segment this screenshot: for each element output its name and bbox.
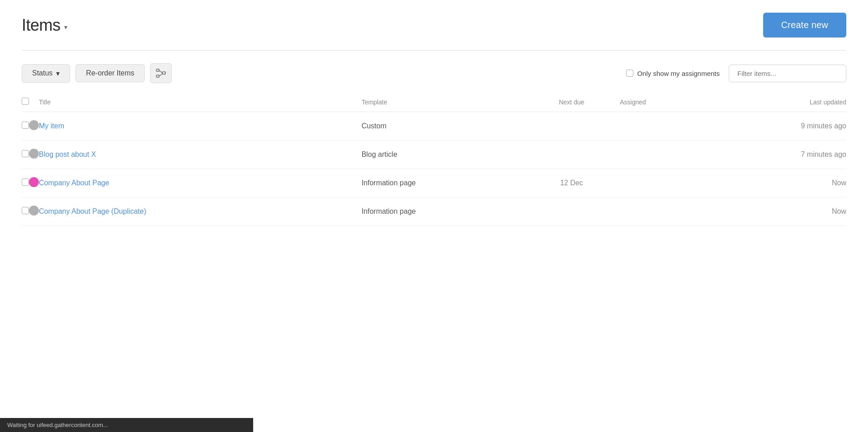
col-header-status <box>29 92 39 112</box>
row-checkbox[interactable] <box>22 150 29 157</box>
item-title-link[interactable]: My item <box>39 122 64 130</box>
status-bar: Waiting for uifeed.gathercontent.com... <box>0 418 253 432</box>
status-dot <box>29 177 39 187</box>
row-next-due-cell <box>523 112 620 141</box>
table-header: Title Template Next due Assigned Last up… <box>22 92 846 112</box>
row-title-cell: Blog post about X <box>39 141 362 169</box>
row-next-due-cell <box>523 197 620 226</box>
page-header: Items ▾ Create new <box>0 0 868 50</box>
title-wrap: Items ▾ <box>22 16 67 35</box>
items-table: Title Template Next due Assigned Last up… <box>22 92 846 226</box>
select-all-checkbox[interactable] <box>22 98 29 105</box>
svg-rect-1 <box>156 75 159 77</box>
row-next-due-cell <box>523 141 620 169</box>
assignments-label-text: Only show my assignments <box>637 70 720 77</box>
row-template-cell: Information page <box>362 169 524 197</box>
table-body: My item Custom 9 minutes ago Blog post a… <box>22 112 846 226</box>
row-assigned-cell <box>620 112 701 141</box>
row-checkbox[interactable] <box>22 122 29 129</box>
row-assigned-cell <box>620 141 701 169</box>
items-table-container: Title Template Next due Assigned Last up… <box>0 92 868 226</box>
row-status-cell <box>29 169 39 197</box>
reorder-items-button[interactable]: Re-order Items <box>75 64 145 82</box>
row-last-updated-cell: Now <box>701 197 846 226</box>
table-row: Company About Page Information page 12 D… <box>22 169 846 197</box>
status-dropdown-arrow-icon: ▾ <box>56 69 60 78</box>
toolbar-right: Only show my assignments <box>626 65 846 82</box>
table-row: Blog post about X Blog article 7 minutes… <box>22 141 846 169</box>
col-header-template: Template <box>362 92 524 112</box>
col-header-title: Title <box>39 92 362 112</box>
status-bar-text: Waiting for uifeed.gathercontent.com... <box>7 422 108 428</box>
toolbar-left: Status ▾ Re-order Items <box>22 63 621 83</box>
row-title-cell: Company About Page (Duplicate) <box>39 197 362 226</box>
col-header-next-due: Next due <box>523 92 620 112</box>
col-header-last-updated: Last updated <box>701 92 846 112</box>
row-status-cell <box>29 112 39 141</box>
row-template-cell: Information page <box>362 197 524 226</box>
hierarchy-icon <box>156 69 166 78</box>
status-button-label: Status <box>32 69 52 77</box>
row-title-cell: My item <box>39 112 362 141</box>
row-last-updated-cell: 9 minutes ago <box>701 112 846 141</box>
svg-rect-2 <box>162 72 165 74</box>
status-dot <box>29 206 39 216</box>
svg-line-3 <box>159 70 162 73</box>
toolbar: Status ▾ Re-order Items On <box>0 51 868 92</box>
row-template-cell: Blog article <box>362 141 524 169</box>
svg-line-4 <box>159 74 162 76</box>
item-title-link[interactable]: Blog post about X <box>39 150 96 158</box>
row-template-cell: Custom <box>362 112 524 141</box>
item-title-link[interactable]: Company About Page <box>39 179 109 187</box>
create-new-button[interactable]: Create new <box>763 13 846 38</box>
status-dot <box>29 149 39 159</box>
row-checkbox[interactable] <box>22 178 29 186</box>
title-dropdown-arrow[interactable]: ▾ <box>64 23 67 31</box>
row-last-updated-cell: 7 minutes ago <box>701 141 846 169</box>
row-next-due-cell: 12 Dec <box>523 169 620 197</box>
status-button[interactable]: Status ▾ <box>22 64 70 83</box>
row-assigned-cell <box>620 197 701 226</box>
row-last-updated-cell: Now <box>701 169 846 197</box>
page-title: Items <box>22 16 61 35</box>
row-status-cell <box>29 197 39 226</box>
row-checkbox-cell <box>22 141 29 169</box>
assignments-filter-label[interactable]: Only show my assignments <box>626 70 720 77</box>
table-row: Company About Page (Duplicate) Informati… <box>22 197 846 226</box>
table-row: My item Custom 9 minutes ago <box>22 112 846 141</box>
row-status-cell <box>29 141 39 169</box>
row-assigned-cell <box>620 169 701 197</box>
row-checkbox-cell <box>22 197 29 226</box>
item-title-link[interactable]: Company About Page (Duplicate) <box>39 207 146 215</box>
assignments-checkbox[interactable] <box>626 70 633 77</box>
row-title-cell: Company About Page <box>39 169 362 197</box>
col-header-checkbox <box>22 92 29 112</box>
hierarchy-view-button[interactable] <box>150 63 172 83</box>
row-checkbox-cell <box>22 112 29 141</box>
status-dot <box>29 120 39 130</box>
row-checkbox[interactable] <box>22 207 29 214</box>
filter-input[interactable] <box>729 65 846 82</box>
svg-rect-0 <box>156 69 159 71</box>
row-checkbox-cell <box>22 169 29 197</box>
col-header-assigned: Assigned <box>620 92 701 112</box>
